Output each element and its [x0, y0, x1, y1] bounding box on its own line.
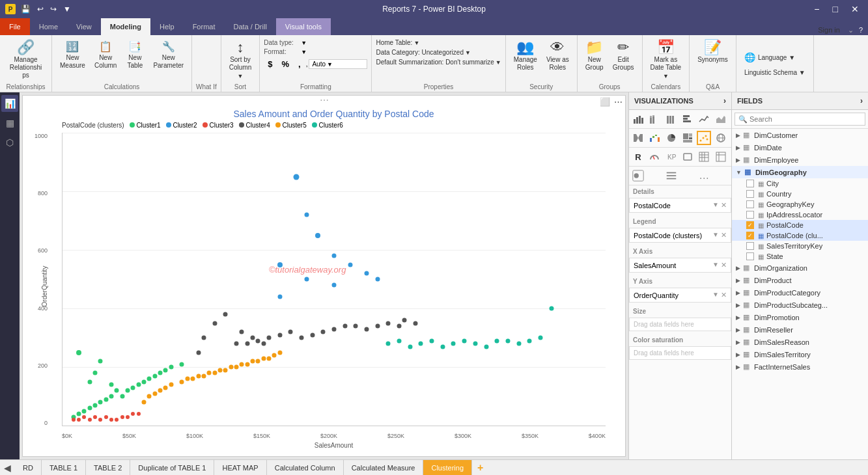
- dimgeography-group[interactable]: ▼ ▦ DimGeography: [732, 166, 868, 178]
- new-group-button[interactable]: 📁 NewGroup: [581, 38, 608, 74]
- mark-date-table-button[interactable]: 📅 Mark asDate Table ▼: [647, 38, 686, 82]
- dimdate-group[interactable]: ▶ ▦ DimDate: [732, 141, 868, 154]
- tab-rd[interactable]: RD: [15, 460, 42, 475]
- close-btn[interactable]: ✕: [847, 4, 863, 14]
- field-city[interactable]: ▦ City: [732, 178, 868, 189]
- yaxis-dropdown-arrow[interactable]: ▼: [712, 291, 719, 299]
- viz-gauge[interactable]: [647, 150, 662, 164]
- canvas-expand-icon[interactable]: ⬜: [600, 97, 610, 107]
- save-btn[interactable]: 💾: [18, 3, 33, 15]
- tab-table1[interactable]: TABLE 1: [42, 460, 86, 475]
- size-drop-zone[interactable]: Drag data fields here: [629, 318, 731, 331]
- linguistic-schema-button[interactable]: Linguistic Schema ▼: [740, 67, 809, 78]
- default-summarization-row[interactable]: Default Summarization: Don't summarize ▼: [376, 59, 501, 66]
- details-remove-btn[interactable]: ✕: [721, 201, 727, 210]
- datatype-dropdown-arrow[interactable]: ▼: [301, 40, 307, 46]
- tab-view[interactable]: View: [67, 18, 101, 35]
- drag-handle[interactable]: ⋯: [23, 96, 625, 103]
- dollar-symbol-btn[interactable]: $: [264, 57, 276, 71]
- new-table-button[interactable]: 📑 NewTable: [122, 38, 148, 72]
- field-country[interactable]: ▦ Country: [732, 189, 868, 199]
- dimproduct-group[interactable]: ▶ ▦ DimProduct: [732, 274, 868, 286]
- tab-file[interactable]: File: [0, 18, 30, 35]
- viz-scatter[interactable]: [697, 131, 711, 145]
- tab-visualtools[interactable]: Visual tools: [276, 18, 331, 35]
- manage-relationships-button[interactable]: 🔗 ManageRelationships: [4, 38, 48, 82]
- viz-globe[interactable]: [714, 131, 728, 145]
- dimpromotion-group[interactable]: ▶ ▦ DimPromotion: [732, 311, 868, 323]
- signin-button[interactable]: Sign in: [813, 25, 845, 35]
- tab-datadrill[interactable]: Data / Drill: [224, 18, 275, 35]
- tab-home[interactable]: Home: [30, 18, 67, 35]
- viz-matrix[interactable]: [714, 150, 728, 164]
- synonyms-button[interactable]: 📝 Synonyms: [693, 38, 732, 66]
- new-column-button[interactable]: 📋 NewColumn: [91, 38, 120, 72]
- field-geographykey[interactable]: ▦ GeographyKey: [732, 199, 868, 210]
- nav-left-btn[interactable]: ◀: [0, 463, 15, 473]
- comma-symbol-btn[interactable]: ,: [294, 57, 305, 71]
- tab-duplicate-table1[interactable]: Duplicate of TABLE 1: [130, 460, 214, 475]
- dimorganization-group[interactable]: ▶ ▦ DimOrganization: [732, 262, 868, 274]
- viz-ribbon[interactable]: [631, 131, 645, 145]
- viz-collapse-icon[interactable]: ›: [723, 96, 726, 105]
- manage-roles-button[interactable]: 👥 ManageRoles: [510, 38, 541, 74]
- viz-bar-chart[interactable]: [631, 112, 645, 126]
- sort-dropdown-arrow[interactable]: ▼: [238, 73, 244, 79]
- sort-by-column-button[interactable]: ↕ Sort byColumn ▼: [225, 38, 255, 82]
- home-table-row[interactable]: Home Table: ▼: [376, 39, 501, 46]
- dimemployee-group[interactable]: ▶ ▦ DimEmployee: [732, 154, 868, 166]
- auto-dropdown[interactable]: Auto ▼: [309, 59, 367, 69]
- tab-calculated-column[interactable]: Calculated Column: [267, 460, 344, 475]
- tab-table2[interactable]: TABLE 2: [86, 460, 130, 475]
- fields-search-input[interactable]: [735, 113, 865, 126]
- minimize-btn[interactable]: −: [810, 4, 823, 14]
- comma-btn2[interactable]: ,: [306, 61, 308, 68]
- undo-btn[interactable]: ↩: [35, 3, 46, 15]
- new-measure-button[interactable]: 🔢 NewMeasure: [56, 38, 89, 72]
- new-parameter-button[interactable]: 🔧 NewParameter: [149, 38, 188, 72]
- factinternetsales-group[interactable]: ▶ ▦ FactInternetSales: [732, 360, 868, 373]
- details-dropdown-arrow[interactable]: ▼: [712, 201, 719, 210]
- maximize-btn[interactable]: □: [829, 4, 842, 14]
- date-table-arrow[interactable]: ▼: [663, 73, 669, 79]
- tab-heat-map[interactable]: HEAT MAP: [214, 460, 266, 475]
- format-dropdown-arrow[interactable]: ▼: [301, 49, 307, 55]
- tab-help[interactable]: Help: [150, 18, 184, 35]
- language-dropdown-button[interactable]: 🌐 Language ▼: [740, 50, 809, 64]
- quickaccess-dropdown[interactable]: ▼: [61, 3, 74, 15]
- data-category-row[interactable]: Data Category: Uncategorized ▼: [376, 49, 501, 56]
- tab-calculated-measure[interactable]: Calculated Measure: [344, 460, 424, 475]
- viz-funnel[interactable]: [631, 169, 645, 183]
- legend-dropdown-arrow[interactable]: ▼: [712, 231, 719, 239]
- viz-area-chart[interactable]: [714, 112, 728, 126]
- dimreseller-group[interactable]: ▶ ▦ DimReseller: [732, 323, 868, 336]
- percent-symbol-btn[interactable]: %: [277, 57, 293, 71]
- viz-more[interactable]: …: [697, 169, 711, 183]
- view-as-roles-button[interactable]: 👁 View asRoles: [542, 38, 573, 74]
- viz-treemap[interactable]: [680, 131, 695, 145]
- edit-groups-button[interactable]: ✏ EditGroups: [609, 38, 638, 74]
- color-saturation-drop-zone[interactable]: Drag data fields here: [629, 346, 731, 360]
- add-tab-button[interactable]: +: [472, 460, 488, 476]
- canvas-more-icon[interactable]: ⋯: [614, 97, 623, 107]
- viz-100-stacked[interactable]: [664, 112, 679, 126]
- yaxis-remove-btn[interactable]: ✕: [721, 291, 727, 299]
- viz-waterfall[interactable]: [647, 131, 662, 145]
- viz-horizontal-bar[interactable]: [680, 112, 695, 126]
- viz-card[interactable]: [680, 150, 695, 164]
- tab-clustering[interactable]: Clustering: [423, 460, 472, 475]
- tab-format[interactable]: Format: [184, 18, 225, 35]
- viz-table[interactable]: [697, 150, 711, 164]
- tab-modeling[interactable]: Modeling: [101, 18, 150, 35]
- user-chevron[interactable]: ⌄: [848, 26, 854, 34]
- dimproductsubcateg-group[interactable]: ▶ ▦ DimProductSubcateg...: [732, 299, 868, 311]
- dimsalesterritory-group[interactable]: ▶ ▦ DimSalesTerritory: [732, 348, 868, 360]
- field-salesterritorykey[interactable]: ▦ SalesTerritoryKey: [732, 241, 868, 251]
- xaxis-dropdown-arrow[interactable]: ▼: [712, 261, 719, 269]
- viz-kpi[interactable]: KPI: [664, 150, 679, 164]
- dimcustomer-group[interactable]: ▶ ▦ DimCustomer: [732, 129, 868, 141]
- dimproductcategory-group[interactable]: ▶ ▦ DimProductCategory: [732, 286, 868, 299]
- legend-remove-btn[interactable]: ✕: [721, 231, 727, 239]
- redo-btn[interactable]: ↪: [48, 3, 59, 15]
- field-postalcode[interactable]: ✓ ▦ PostalCode: [732, 220, 868, 230]
